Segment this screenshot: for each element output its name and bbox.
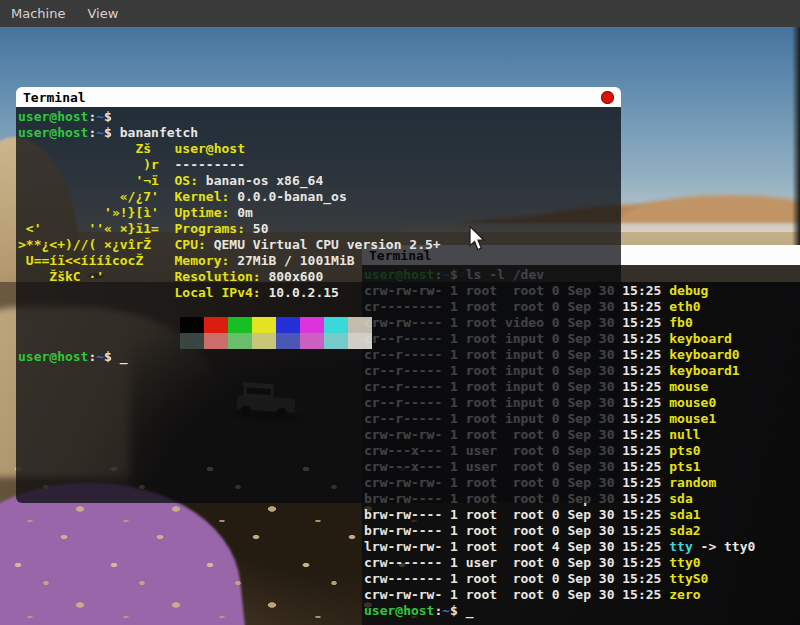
fetch-row: <' ''« ×}ï1=Programs: 50 <box>18 221 621 237</box>
prompt-path: ~ <box>96 109 104 124</box>
file-name: sda <box>669 491 692 506</box>
file-meta: brw-rw---- 1 root root 0 Sep 30 15:25 <box>364 523 669 538</box>
palette-color-block <box>180 317 204 333</box>
ls-row: crw------- 1 user root 0 Sep 30 15:25 tt… <box>364 555 800 571</box>
terminal-line <box>18 301 621 317</box>
fetch-label: OS: <box>175 173 206 188</box>
file-meta: crw-rw-rw- 1 root root 0 Sep 30 15:25 <box>364 587 669 602</box>
ascii-art: )r <box>18 157 175 173</box>
vm-menu-bar: Machine View <box>0 0 800 27</box>
palette-color-block <box>324 317 348 333</box>
fetch-row: )r--------- <box>18 157 621 173</box>
text-cursor: _ <box>120 349 128 364</box>
fetch-label: CPU: <box>175 237 214 252</box>
wallpaper-right-edge <box>792 27 800 257</box>
file-name: zero <box>669 587 700 602</box>
file-name: fb0 <box>669 315 692 330</box>
file-meta: crw------- 1 user root 0 Sep 30 15:25 <box>364 555 669 570</box>
terminal-line: user@host:~$ _ <box>364 603 800 619</box>
ls-row: brw-rw---- 1 root root 0 Sep 30 15:25 sd… <box>364 507 800 523</box>
terminal-line: user@host:~$ <box>18 109 621 125</box>
command-text: bananfetch <box>120 125 198 140</box>
fetch-row: U==íï<<íííîcocŽMemory: 27MiB / 1001MiB <box>18 253 621 269</box>
fetch-label: Resolution: <box>175 269 269 284</box>
file-name: keyboard1 <box>669 363 739 378</box>
prompt-user: user@host <box>18 125 88 140</box>
prompt-user: user@host <box>18 109 88 124</box>
mouse-cursor <box>469 226 487 256</box>
fetch-value: 50 <box>253 221 269 236</box>
palette-color-block <box>348 333 372 349</box>
file-name: eth0 <box>669 299 700 314</box>
ascii-art: Zš <box>18 141 175 157</box>
symlink-target: -> tty0 <box>693 539 756 554</box>
fetch-value: 0.0.0-banan_os <box>237 189 347 204</box>
ascii-art: «/¿7' <box>18 189 175 205</box>
file-name: pts0 <box>669 443 700 458</box>
file-name: tty0 <box>669 555 700 570</box>
ascii-art: <' ''« ×}ï1= <box>18 221 175 237</box>
palette-color-block <box>348 317 372 333</box>
fetch-value: 27MiB / 1001MiB <box>237 253 354 268</box>
menu-item-view[interactable]: View <box>76 2 129 25</box>
terminal-line: user@host:~$ _ <box>18 349 621 365</box>
file-name: mouse <box>669 379 708 394</box>
palette-color-block <box>204 333 228 349</box>
palette-color-block <box>228 333 252 349</box>
fetch-label: Local IPv4: <box>175 285 269 300</box>
fetch-row: '¬ïOS: banan-os x86_64 <box>18 173 621 189</box>
file-meta: crw------- 1 root root 0 Sep 30 15:25 <box>364 571 669 586</box>
fetch-row: Zšuser@host <box>18 141 621 157</box>
ls-row: crw-rw-rw- 1 root root 0 Sep 30 15:25 ze… <box>364 587 800 603</box>
file-name: tty <box>669 539 692 554</box>
fetch-label: Programs: <box>175 221 253 236</box>
ascii-art: '¬ï <box>18 173 175 189</box>
file-name: pts1 <box>669 459 700 474</box>
ascii-art: U==íï<<íííîcocŽ <box>18 253 175 269</box>
terminal-line: user@host:~$ bananfetch <box>18 125 621 141</box>
fetch-row: Local IPv4: 10.0.2.15 <box>18 285 621 301</box>
palette-color-block <box>300 333 324 349</box>
fetch-label: Uptime: <box>175 205 238 220</box>
fetch-label: Memory: <box>175 253 238 268</box>
palette-color-block <box>276 333 300 349</box>
file-name: sda1 <box>669 507 700 522</box>
palette-color-block <box>204 317 228 333</box>
palette-color-block <box>180 333 204 349</box>
palette-color-block <box>252 333 276 349</box>
prompt-user: user@host <box>364 603 434 618</box>
fetch-value: QEMU Virtual CPU version 2.5+ <box>214 237 441 252</box>
window-title: Terminal <box>23 90 601 105</box>
ascii-art: ŽškC ·' <box>18 269 175 285</box>
palette-color-block <box>300 317 324 333</box>
fetch-value: 800x600 <box>268 269 323 284</box>
terminal-1-screen[interactable]: user@host:~$ user@host:~$ bananfetch Zšu… <box>16 107 621 503</box>
terminal-1-titlebar[interactable]: Terminal <box>16 87 621 107</box>
ascii-art: '»!}[ì' <box>18 205 175 221</box>
file-name: keyboard <box>669 331 732 346</box>
text-cursor: _ <box>466 603 474 618</box>
color-palette-row-normal <box>180 317 621 333</box>
palette-color-block <box>228 317 252 333</box>
ls-row: crw------- 1 root root 0 Sep 30 15:25 tt… <box>364 571 800 587</box>
prompt-path: ~ <box>442 603 450 618</box>
palette-color-block <box>324 333 348 349</box>
close-button[interactable] <box>601 91 614 104</box>
file-name: ttyS0 <box>669 571 708 586</box>
file-meta: brw-rw---- 1 root root 0 Sep 30 15:25 <box>364 507 669 522</box>
fetch-value: --------- <box>175 157 245 172</box>
prompt-path: ~ <box>96 349 104 364</box>
prompt-user: user@host <box>18 349 88 364</box>
fetch-row: '»!}[ì'Uptime: 0m <box>18 205 621 221</box>
prompt-path: ~ <box>96 125 104 140</box>
color-palette-row-bright <box>180 333 621 349</box>
file-meta: lrw-rw-rw- 1 root root 4 Sep 30 15:25 <box>364 539 669 554</box>
ascii-art: >**¿<+)//( ×¿vîrŽ <box>18 237 175 253</box>
file-name: null <box>669 427 700 442</box>
fetch-value: user@host <box>175 141 245 156</box>
palette-color-block <box>252 317 276 333</box>
file-name: mouse0 <box>669 395 716 410</box>
menu-item-machine[interactable]: Machine <box>0 2 76 25</box>
fetch-row: «/¿7'Kernel: 0.0.0-banan_os <box>18 189 621 205</box>
terminal-window-1: Terminal user@host:~$ user@host:~$ banan… <box>16 87 621 503</box>
